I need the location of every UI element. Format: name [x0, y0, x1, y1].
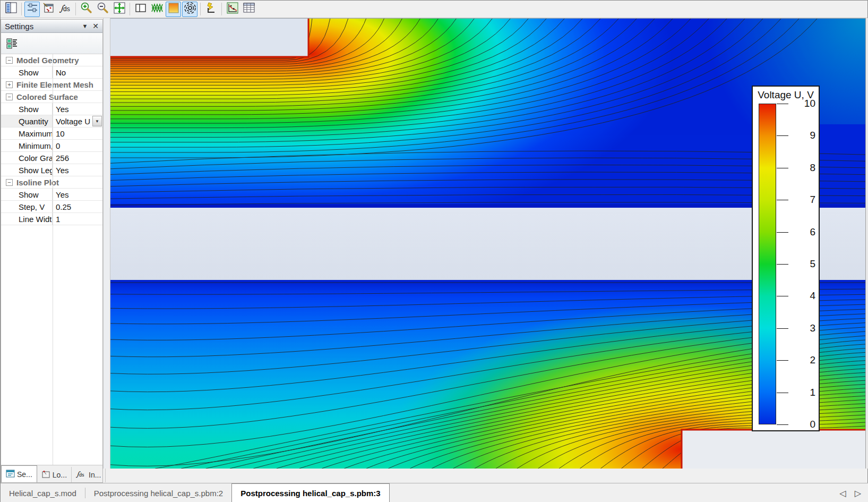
property-row-color-gra[interactable]: Color Gra256	[1, 152, 102, 164]
property-value[interactable]: 0.25	[53, 201, 102, 212]
property-label[interactable]: Line Widt	[1, 213, 53, 225]
panel-close-icon[interactable]: ✕	[92, 22, 99, 30]
group-row-model-geometry[interactable]: −Model Geometry	[1, 54, 102, 66]
panel-menu-icon[interactable]: ▼	[82, 23, 88, 29]
property-label[interactable]: Color Gra	[1, 152, 53, 164]
table-button[interactable]	[241, 2, 256, 17]
panel-tab-label: In...	[89, 471, 101, 479]
panel-tab-se[interactable]: Se...	[1, 465, 37, 482]
property-value[interactable]: 1	[53, 213, 102, 225]
property-value-text: 0	[56, 141, 60, 150]
property-value[interactable]: 0	[53, 140, 102, 151]
xy-plot-icon	[226, 1, 239, 17]
property-row-step-v[interactable]: Step, V0.25	[1, 201, 102, 213]
legend-tick	[777, 135, 788, 136]
property-label[interactable]: Maximum	[1, 127, 53, 139]
property-row-maximum[interactable]: Maximum10	[1, 127, 102, 140]
view-settings-button[interactable]	[24, 2, 40, 17]
mesh-icon	[150, 1, 164, 17]
property-value[interactable]: Yes	[53, 189, 102, 200]
property-label[interactable]: Minimum,	[1, 140, 53, 151]
integral-values-button[interactable]: ∫ds	[57, 2, 73, 17]
property-value-text: No	[56, 68, 66, 77]
panel-tab-label: Se...	[17, 470, 32, 479]
panel-tab-lo[interactable]: Lo...	[37, 467, 72, 482]
legend-tick-label: 7	[796, 194, 815, 206]
split-window-button[interactable]	[133, 2, 148, 17]
property-label[interactable]: Show	[1, 66, 53, 78]
panel-tab-in[interactable]: ∫dsIn...	[72, 467, 106, 482]
document-tab-2[interactable]: Postprocessing helical_cap_s.pbm:2	[85, 483, 231, 502]
property-value[interactable]: 10	[53, 127, 102, 139]
property-value[interactable]: No	[53, 66, 102, 78]
legend-tick	[777, 104, 788, 104]
zoom-extents-icon	[113, 1, 126, 17]
zoom-out-button[interactable]	[95, 2, 110, 17]
zoom-in-button[interactable]	[79, 2, 94, 17]
legend-tick-label: 9	[796, 130, 815, 141]
property-label[interactable]: Quantity	[1, 115, 53, 127]
document-tab-1[interactable]: Helical_cap_s.mod	[1, 483, 85, 502]
window-right-edge	[865, 18, 868, 469]
property-value[interactable]: 256	[53, 152, 102, 164]
property-label[interactable]: Show	[1, 103, 53, 115]
property-label[interactable]: Step, V	[1, 201, 53, 212]
svg-text:ds: ds	[63, 5, 70, 13]
property-label[interactable]: Show Leg	[1, 164, 53, 176]
property-value-text: 10	[56, 129, 65, 138]
legend-tick	[777, 393, 788, 393]
field-lines-icon	[204, 1, 218, 17]
property-value-text: 256	[56, 154, 69, 163]
grid-column-divider[interactable]	[53, 54, 53, 465]
property-value-text: Yes	[56, 166, 68, 175]
field-picture-button[interactable]	[41, 2, 56, 17]
toolbar-separator	[130, 3, 130, 15]
property-value-text: Yes	[56, 105, 68, 114]
scroll-tabs-left-icon[interactable]: ◁	[839, 488, 846, 498]
property-row-show-leg[interactable]: Show LegYes	[1, 164, 102, 176]
legend-tick-label: 2	[796, 354, 815, 366]
legend-tick-label: 4	[796, 290, 815, 302]
property-value[interactable]: Yes	[53, 164, 102, 176]
collapse-icon[interactable]: −	[6, 179, 13, 186]
document-tab-3[interactable]: Postprocessing helical_cap_s.pbm:3	[231, 483, 389, 502]
isolines-icon	[183, 1, 197, 17]
toolbar-separator	[200, 3, 201, 15]
collapse-icon[interactable]: −	[6, 93, 13, 100]
property-value-text: Voltage U	[56, 117, 90, 126]
property-value[interactable]: Yes	[53, 103, 102, 115]
isolines-button[interactable]	[182, 2, 197, 17]
legend-tick-label: 10	[796, 98, 815, 109]
property-value[interactable]: Voltage U▼	[53, 115, 102, 127]
group-row-colored-surface[interactable]: −Colored Surface	[1, 91, 102, 103]
property-row-show[interactable]: ShowNo	[1, 66, 102, 79]
svg-text:ds: ds	[79, 472, 84, 478]
expand-icon[interactable]: +	[6, 81, 13, 88]
dropdown-arrow-icon[interactable]: ▼	[92, 116, 102, 126]
open-window-list-button[interactable]	[3, 2, 19, 17]
picture-icon	[42, 1, 56, 17]
xy-plot-button[interactable]	[225, 2, 240, 17]
group-row-finite-element-mesh[interactable]: +Finite Element Mesh	[1, 79, 102, 91]
document-tab-bar: Helical_cap_s.modPostprocessing helical_…	[1, 483, 868, 502]
zoom-out-icon	[96, 1, 110, 17]
property-row-show[interactable]: ShowYes	[1, 103, 102, 115]
legend-tick-label: 0	[796, 419, 815, 430]
field-lines-button[interactable]	[203, 2, 219, 17]
property-row-line-widt[interactable]: Line Widt1	[1, 213, 102, 225]
scroll-tabs-right-icon[interactable]: ▷	[855, 488, 861, 498]
collapse-icon[interactable]: −	[6, 57, 13, 64]
property-value-text: Yes	[56, 190, 68, 199]
document-tab-label: Postprocessing helical_cap_s.pbm:3	[240, 489, 380, 498]
field-view-tree-icon[interactable]	[4, 36, 20, 52]
colored-surface-button[interactable]	[166, 2, 181, 17]
property-row-minimum-[interactable]: Minimum,0	[1, 140, 102, 152]
settings-window-icon	[6, 470, 15, 479]
property-row-show[interactable]: ShowYes	[1, 189, 102, 201]
zoom-extents-button[interactable]	[111, 2, 127, 17]
mesh-button[interactable]	[149, 2, 165, 17]
property-label[interactable]: Show	[1, 189, 53, 200]
group-row-isoline-plot[interactable]: −Isoline Plot	[1, 176, 102, 189]
panel-splitter[interactable]	[103, 18, 110, 469]
property-row-quantity[interactable]: QuantityVoltage U▼	[1, 115, 102, 127]
